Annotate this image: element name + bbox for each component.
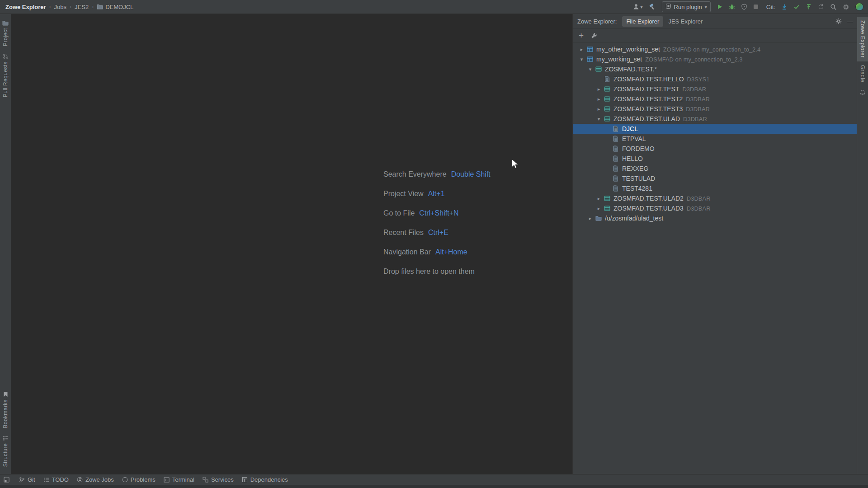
chevron-collapsed-icon[interactable]: ▸ — [577, 47, 586, 52]
search-icon — [830, 4, 837, 10]
bottom-bar-item-terminal[interactable]: Terminal — [160, 476, 198, 483]
tree-item-label: TESTULAD — [622, 175, 655, 182]
chevron-collapsed-icon[interactable]: ▸ — [594, 106, 603, 112]
dataset-icon — [603, 205, 611, 212]
chevron-collapsed-icon[interactable]: ▸ — [586, 216, 594, 221]
breadcrumb-item-jes2[interactable]: JES2 — [75, 4, 89, 10]
tree-item-testulad[interactable]: TESTULAD — [573, 174, 857, 183]
tree-item-label: my_other_working_set — [596, 46, 660, 53]
dependencies-icon — [242, 477, 248, 483]
ide-window: Zowe Explorer›Jobs›JES2›DEMOJCL ▾ Run pl… — [0, 0, 868, 488]
tree-item-zosmfad-test-ulad2[interactable]: ▸ZOSMFAD.TEST.ULAD2D3DBAR — [573, 193, 857, 203]
git-update-button[interactable] — [781, 4, 788, 10]
structure-icon — [3, 436, 9, 441]
tree-item-my-working-set[interactable]: ▾my_working_setZOSMFAD on my_connection_… — [573, 54, 857, 64]
tool-stripe-button-structure[interactable]: Structure — [0, 432, 11, 470]
plugin-icon — [665, 3, 671, 10]
bottom-bar-item-git[interactable]: Git — [15, 476, 39, 483]
chevron-down-icon: ▾ — [641, 5, 643, 9]
tree-item-hello[interactable]: HELLO — [573, 154, 857, 164]
tree-item-zosmfad-test-hello[interactable]: ZOSMFAD.TEST.HELLOD3SYS1 — [573, 74, 857, 84]
breadcrumb-item-zowe-explorer[interactable]: Zowe Explorer — [5, 4, 46, 10]
run-with-coverage-button[interactable] — [741, 4, 747, 10]
play-icon — [717, 4, 723, 10]
bottom-bar-label: Terminal — [172, 476, 194, 483]
chevron-expanded-icon[interactable]: ▾ — [577, 56, 586, 62]
tree-item-etpval[interactable]: ETPVAL — [573, 134, 857, 144]
shortcut-hint-list: Search EverywhereDouble ShiftProject Vie… — [383, 164, 491, 262]
profile-avatar[interactable] — [855, 3, 863, 11]
shortcut-label: Project View — [383, 190, 424, 198]
chevron-collapsed-icon[interactable]: ▸ — [594, 196, 603, 202]
tool-stripe-button-bell-icon[interactable] — [857, 86, 868, 99]
bell-icon — [860, 89, 865, 95]
stop-button[interactable] — [753, 4, 759, 9]
tab-file-explorer[interactable]: File Explorer — [622, 16, 663, 27]
shortcut-keys: Ctrl+E — [428, 229, 448, 237]
main-toolbar: Zowe Explorer›Jobs›JES2›DEMOJCL ▾ Run pl… — [0, 0, 868, 14]
panel-gear-icon[interactable] — [835, 18, 842, 24]
tool-stripe-button-gradle[interactable]: Gradle — [857, 61, 868, 86]
tree-item-zosmfad-test-test[interactable]: ▸ZOSMFAD.TEST.TESTD3DBAR — [573, 84, 857, 94]
wrench-icon[interactable] — [591, 33, 597, 39]
tree-item-label: DJCL — [622, 125, 638, 132]
build-project-button[interactable] — [649, 3, 656, 10]
tab-jes-explorer[interactable]: JES Explorer — [664, 16, 707, 27]
tree-item-djcl[interactable]: DJCL — [573, 124, 857, 134]
bottom-bar-item-dependencies[interactable]: Dependencies — [238, 476, 292, 483]
chevron-collapsed-icon[interactable]: ▸ — [594, 206, 603, 211]
shortcut-keys: Alt+1 — [428, 190, 445, 198]
check-icon — [793, 4, 800, 10]
left-stripe-top-group: ProjectPull Requests — [0, 14, 11, 101]
left-stripe-bottom-group: BookmarksStructure — [0, 388, 11, 474]
search-everywhere-button[interactable] — [830, 4, 837, 10]
tree-item-rexxeg[interactable]: REXXEG — [573, 164, 857, 174]
drop-files-hint: Drop files here to open them — [383, 267, 475, 276]
bottom-bar-label: Zowe Jobs — [85, 476, 114, 483]
git-push-button[interactable] — [806, 4, 812, 10]
coverage-shield-icon — [741, 4, 747, 10]
panel-toolbar: + — [573, 29, 857, 43]
shortcut-keys: Double Shift — [451, 170, 491, 178]
tree-item-label: REXXEG — [622, 165, 648, 172]
run-configuration-select[interactable]: Run plugin ▾ — [662, 1, 711, 12]
run-button[interactable] — [717, 4, 723, 10]
breadcrumb-label: DEMOJCL — [105, 4, 133, 10]
tool-windows-icon[interactable] — [4, 477, 9, 483]
tree-item-test4281[interactable]: TEST4281 — [573, 183, 857, 193]
settings-button[interactable] — [843, 4, 849, 10]
chevron-collapsed-icon[interactable]: ▸ — [594, 86, 603, 92]
git-label: Git: — [766, 4, 775, 10]
tree-item-zosmfad-test-ulad[interactable]: ▾ZOSMFAD.TEST.ULADD3DBAR — [573, 114, 857, 124]
chevron-collapsed-icon[interactable]: ▸ — [594, 96, 603, 102]
breadcrumb-label: Jobs — [54, 4, 66, 10]
breadcrumb-item-demojcl[interactable]: DEMOJCL — [97, 4, 133, 10]
git-commit-button[interactable] — [793, 4, 800, 10]
tree-item-zosmfad-test[interactable]: ▾ZOSMFAD.TEST.* — [573, 64, 857, 74]
bottom-bar-item-services[interactable]: Services — [198, 476, 238, 483]
tool-stripe-button-zowe-explorer[interactable]: Zowe Explorer — [857, 17, 868, 61]
bottom-bar-item-problems[interactable]: Problems — [118, 476, 160, 483]
tree-item-fordemo[interactable]: FORDEMO — [573, 144, 857, 154]
tree-item-u-zosmfad-ulad-test[interactable]: ▸/u/zosmfad/ulad_test — [573, 213, 857, 223]
tree-item-my-other-working-set[interactable]: ▸my_other_working_setZOSMFAD on my_conne… — [573, 44, 857, 54]
chevron-expanded-icon[interactable]: ▾ — [594, 116, 603, 122]
tree-item-label: ZOSMFAD.TEST.* — [605, 66, 657, 73]
shortcut-keys: Alt+Home — [435, 248, 467, 256]
tree-item-zosmfad-test-test3[interactable]: ▸ZOSMFAD.TEST.TEST3D3DBAR — [573, 104, 857, 114]
breadcrumb-item-jobs[interactable]: Jobs — [54, 4, 66, 10]
hide-panel-icon[interactable]: — — [847, 18, 853, 25]
tree-item-zosmfad-test-ulad3[interactable]: ▸ZOSMFAD.TEST.ULAD3D3DBAR — [573, 203, 857, 213]
tree-item-zosmfad-test-test2[interactable]: ▸ZOSMFAD.TEST.TEST2D3DBAR — [573, 94, 857, 104]
bottom-bar-item-todo[interactable]: TODO — [39, 476, 73, 483]
add-item-button[interactable]: + — [579, 31, 584, 40]
bottom-bar-item-zowe-jobs[interactable]: Zowe Jobs — [73, 476, 118, 483]
tool-stripe-button-project[interactable]: Project — [0, 17, 11, 50]
debug-button[interactable] — [729, 4, 735, 10]
tool-stripe-button-bookmarks[interactable]: Bookmarks — [0, 388, 11, 432]
rollback-button[interactable] — [818, 4, 824, 10]
chevron-expanded-icon[interactable]: ▾ — [586, 66, 594, 72]
user-menu-button[interactable]: ▾ — [632, 3, 643, 10]
tool-stripe-button-pull-requests[interactable]: Pull Requests — [0, 50, 11, 101]
tree-item-label: ETPVAL — [622, 135, 646, 142]
